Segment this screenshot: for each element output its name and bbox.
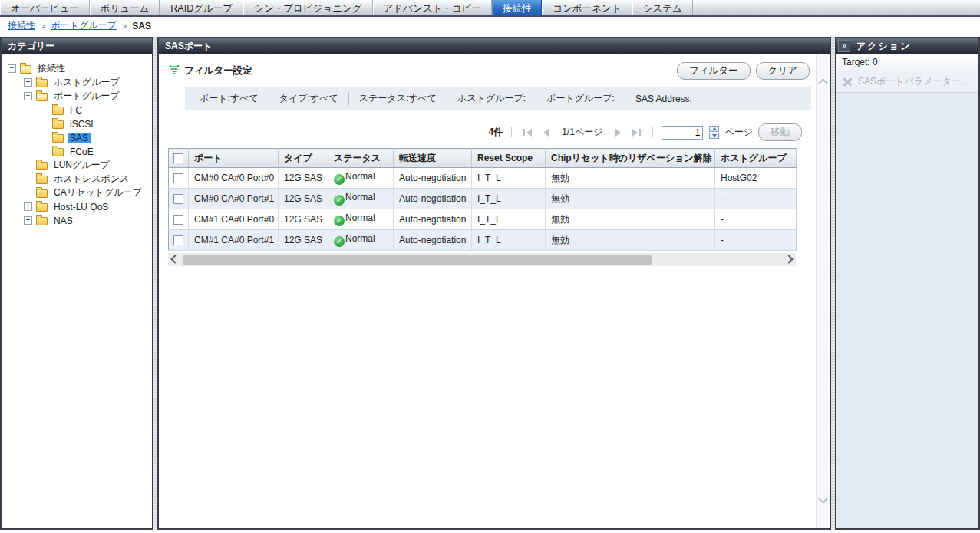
column-header-type[interactable]: タイプ (279, 149, 328, 168)
row-checkbox[interactable] (173, 173, 183, 183)
spinner-down-icon[interactable] (709, 133, 719, 139)
table-row[interactable]: CM#0 CA#0 Port#0 12G SAS Normal Auto-neg… (169, 168, 797, 189)
sas-port-table: ポート タイプ ステータス 転送速度 Reset Scope Chipリセット時… (168, 148, 797, 251)
tree-item-connectivity[interactable]: 接続性 (2, 62, 149, 75)
sas-port-panel: SASポート フィルター設定 フィルター クリア ポート:すべて タイプ (157, 37, 831, 530)
table-row[interactable]: CM#1 CA#0 Port#0 12G SAS Normal Auto-neg… (169, 209, 797, 230)
cell-type: 12G SAS (279, 189, 328, 209)
clear-button[interactable]: クリア (756, 62, 810, 80)
horizontal-scrollbar-thumb[interactable] (183, 255, 652, 265)
cell-status: Normal (328, 209, 394, 230)
column-header-port[interactable]: ポート (189, 149, 279, 168)
cell-status: Normal (328, 168, 394, 189)
tree-item-label: ポートグループ (51, 90, 121, 103)
column-header-speed[interactable]: 転送速度 (394, 149, 472, 168)
tab-component[interactable]: コンポーネント (542, 0, 632, 15)
closed-folder-icon (36, 189, 48, 198)
row-checkbox[interactable] (173, 235, 183, 245)
cell-chip-reset: 無効 (546, 189, 715, 209)
next-page-button[interactable] (612, 129, 624, 137)
cell-type: 12G SAS (279, 209, 328, 230)
page-number-input[interactable] (662, 126, 703, 140)
spinner-up-icon[interactable] (709, 126, 719, 132)
tab-volume[interactable]: ボリューム (90, 0, 160, 15)
row-checkbox[interactable] (173, 215, 183, 225)
table-header-row: ポート タイプ ステータス 転送速度 Reset Scope Chipリセット時… (169, 149, 797, 168)
horizontal-scrollbar[interactable] (168, 253, 796, 266)
tree-item-lun-group[interactable]: LUNグループ (2, 159, 149, 172)
closed-folder-icon (36, 176, 48, 184)
scroll-right-icon[interactable] (784, 255, 793, 263)
expand-plus-icon[interactable] (24, 202, 32, 211)
sas-port-panel-title: SASポート (159, 38, 830, 54)
tab-system[interactable]: システム (632, 0, 693, 15)
record-count: 4件 (489, 126, 503, 139)
column-header-status[interactable]: ステータス (328, 149, 394, 168)
column-header-host-group[interactable]: ホストグループ (715, 149, 797, 168)
tree-item-label-selected: SAS (68, 133, 91, 143)
expand-plus-icon[interactable] (24, 78, 32, 87)
filter-button[interactable]: フィルター (677, 62, 751, 80)
actions-panel-header: » アクション (836, 38, 978, 54)
go-button[interactable]: 移動 (758, 123, 802, 141)
tab-advanced-copy[interactable]: アドバンスト・コピー (373, 0, 492, 15)
tree-item-iscsi[interactable]: iSCSI (2, 117, 149, 130)
tree-item-sas[interactable]: SAS (2, 131, 149, 144)
breadcrumb-separator: > (122, 21, 127, 31)
scroll-down-icon[interactable] (818, 494, 828, 504)
scroll-left-icon[interactable] (170, 255, 179, 263)
tree-item-label: FCoE (68, 146, 96, 157)
scroll-up-icon[interactable] (818, 78, 828, 88)
cell-reset-scope: I_T_L (472, 168, 546, 189)
expand-plus-icon[interactable] (24, 216, 32, 225)
actions-panel-title: アクション (856, 38, 911, 54)
tree-item-fc[interactable]: FC (2, 104, 149, 117)
tree-item-ca-reset-group[interactable]: CAリセットグループ (2, 186, 149, 199)
cell-speed: Auto-negotiation (394, 230, 472, 251)
cell-host-group: - (715, 209, 797, 230)
tree-item-label: LUNグループ (51, 159, 112, 172)
column-header-chip-reset[interactable]: Chipリセット時のリザベーション解除 (546, 149, 715, 168)
collapse-minus-icon[interactable] (24, 92, 32, 100)
tree-item-label: iSCSI (68, 119, 96, 130)
category-tree: 接続性 ホストグループ ポートグループ FC (2, 54, 152, 528)
tab-raid-group[interactable]: RAIDグループ (160, 0, 243, 15)
open-folder-icon (20, 65, 31, 74)
table-row[interactable]: CM#1 CA#0 Port#1 12G SAS Normal Auto-neg… (169, 230, 797, 251)
tab-thin-provisioning[interactable]: シン・プロビジョニング (243, 0, 372, 15)
first-page-button[interactable] (520, 129, 535, 137)
closed-folder-icon (52, 148, 64, 156)
row-checkbox[interactable] (173, 194, 183, 204)
tab-overview[interactable]: オーバービュー (0, 0, 90, 15)
vertical-scrollbar[interactable] (816, 54, 830, 528)
previous-page-button[interactable] (540, 129, 552, 137)
cell-chip-reset: 無効 (546, 209, 715, 230)
filter-settings-row: フィルター設定 フィルター クリア (159, 54, 830, 85)
tree-item-host-lu-qos[interactable]: Host-LU QoS (2, 200, 149, 213)
column-header-reset-scope[interactable]: Reset Scope (472, 149, 546, 168)
closed-folder-icon (36, 162, 48, 170)
criteria-port-group: ポートグループ: (536, 92, 625, 105)
action-sas-port-parameters[interactable]: SASポートパラメーター... (836, 71, 978, 93)
status-normal-icon (334, 236, 345, 247)
open-folder-icon (36, 93, 48, 101)
category-panel: カテゴリー 接続性 ホストグループ ポートグループ (0, 37, 153, 530)
collapse-minus-icon[interactable] (8, 64, 16, 73)
tree-item-nas[interactable]: NAS (2, 214, 149, 227)
closed-folder-icon (36, 217, 48, 225)
last-page-button[interactable] (629, 129, 644, 137)
select-all-checkbox[interactable] (173, 153, 183, 163)
table-row[interactable]: CM#0 CA#0 Port#1 12G SAS Normal Auto-neg… (169, 189, 797, 209)
cell-speed: Auto-negotiation (394, 189, 472, 209)
breadcrumb-connectivity[interactable]: 接続性 (8, 19, 35, 32)
tree-item-port-group[interactable]: ポートグループ (2, 90, 149, 103)
tab-connectivity[interactable]: 接続性 (492, 0, 543, 15)
tree-item-host-response[interactable]: ホストレスポンス (2, 173, 149, 186)
breadcrumb-port-group[interactable]: ポートグループ (51, 19, 116, 32)
criteria-type: タイプ:すべて (269, 92, 349, 105)
collapse-panel-button[interactable]: » (838, 40, 850, 52)
tree-item-fcoe[interactable]: FCoE (2, 145, 149, 158)
tree-item-host-group[interactable]: ホストグループ (2, 76, 149, 89)
separator (652, 127, 653, 137)
closed-folder-icon (36, 79, 48, 87)
